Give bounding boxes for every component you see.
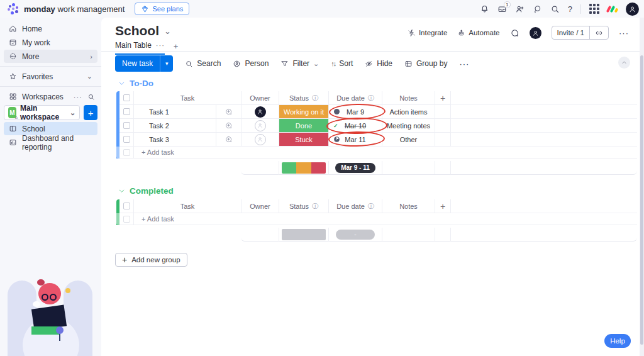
task-cell[interactable]: Task 1: [134, 105, 242, 119]
inbox-tray-icon[interactable]: 1: [497, 4, 507, 14]
add-task-button[interactable]: + Add task: [134, 213, 637, 225]
group-header-completed[interactable]: Completed: [118, 186, 174, 196]
add-update-chat-icon: [225, 121, 233, 130]
see-plans-button[interactable]: See plans: [135, 3, 189, 15]
select-all-checkbox[interactable]: [123, 94, 130, 101]
invite-button[interactable]: Invite / 1: [552, 26, 589, 39]
chat-zone[interactable]: [216, 105, 241, 118]
info-icon[interactable]: ⓘ: [368, 94, 374, 103]
sidebar-item-more[interactable]: More ›: [4, 50, 97, 63]
add-task-button[interactable]: + Add task: [134, 147, 637, 159]
column-task[interactable]: Task: [134, 91, 242, 105]
extra-cell[interactable]: [435, 119, 451, 133]
owner-cell[interactable]: [242, 105, 279, 119]
summary-status-cell[interactable]: [279, 228, 329, 242]
sidebar-workspaces-header[interactable]: Workspaces ···: [4, 90, 97, 103]
board-owner-avatar[interactable]: [530, 27, 541, 39]
sort-tool[interactable]: ↑↓ Sort: [331, 59, 353, 68]
column-due-date[interactable]: Due dateⓘ: [329, 91, 382, 105]
task-cell[interactable]: Task 3: [134, 133, 242, 147]
tab-main-table[interactable]: Main Table ···: [115, 41, 165, 55]
vertical-scrollbar[interactable]: [640, 18, 644, 356]
due-date-cell[interactable]: ✓Mar 10: [329, 119, 382, 133]
extra-cell[interactable]: [435, 133, 451, 147]
summary-due-cell[interactable]: Mar 9 - 11: [329, 161, 382, 175]
apps-grid-icon[interactable]: [589, 4, 599, 14]
user-avatar[interactable]: [626, 3, 639, 16]
board-more-menu[interactable]: ···: [619, 28, 629, 38]
notifications-bell-icon[interactable]: [480, 4, 489, 14]
updates-bubble-icon[interactable]: [510, 28, 519, 38]
monday-product-icon[interactable]: [608, 6, 618, 13]
add-view-tab[interactable]: +: [174, 42, 179, 55]
new-task-dropdown[interactable]: ▾: [160, 55, 173, 72]
status-cell[interactable]: Working on it: [279, 105, 329, 119]
row-checkbox[interactable]: [123, 136, 130, 143]
sidebar-item-home[interactable]: Home: [4, 22, 97, 35]
workspaces-search-icon[interactable]: [87, 93, 95, 101]
workspace-selector[interactable]: M⌂ Main workspace ⌄: [4, 105, 80, 120]
summary-status-cell[interactable]: [279, 161, 329, 175]
due-date-cell[interactable]: Mar 9: [329, 105, 382, 119]
column-status[interactable]: Statusⓘ: [279, 91, 329, 105]
column-notes[interactable]: Notes: [382, 199, 435, 213]
status-cell[interactable]: Stuck: [279, 133, 329, 147]
filter-tool[interactable]: Filter ⌄: [280, 59, 319, 68]
chat-zone[interactable]: [216, 133, 241, 146]
notes-cell[interactable]: Meeting notes: [382, 119, 435, 133]
search-icon[interactable]: [550, 4, 560, 14]
column-notes[interactable]: Notes: [382, 91, 435, 105]
column-due-date[interactable]: Due dateⓘ: [329, 199, 382, 213]
collapse-toolbar-button[interactable]: [618, 57, 630, 69]
search-tool[interactable]: Search: [185, 59, 221, 68]
group-by-tool[interactable]: Group by: [404, 59, 447, 68]
extra-cell[interactable]: [435, 105, 451, 119]
group-header-todo[interactable]: To-Do: [118, 79, 153, 88]
column-owner[interactable]: Owner: [242, 91, 279, 105]
automate-button[interactable]: Automate: [457, 29, 499, 37]
column-status[interactable]: Statusⓘ: [279, 199, 329, 213]
row-checkbox[interactable]: [123, 122, 130, 129]
monday-logo-icon[interactable]: [8, 3, 19, 14]
workspaces-more-icon[interactable]: ···: [74, 93, 82, 101]
chat-zone[interactable]: [216, 119, 241, 132]
info-icon[interactable]: ⓘ: [312, 94, 318, 103]
add-new-group-button[interactable]: + Add new group: [115, 253, 187, 267]
hide-tool[interactable]: Hide: [365, 59, 392, 68]
notes-cell[interactable]: Action items: [382, 105, 435, 119]
sidebar-item-favorites[interactable]: Favorites ⌄: [4, 70, 97, 83]
toolbar-more-menu[interactable]: ···: [459, 59, 469, 69]
row-checkbox[interactable]: [123, 108, 130, 115]
marketplace-icon[interactable]: [533, 4, 542, 14]
new-task-button[interactable]: New task ▾: [115, 55, 173, 72]
board-title[interactable]: School ⌄: [115, 23, 171, 38]
add-column-button[interactable]: +: [435, 199, 451, 213]
tab-options-icon[interactable]: ···: [156, 42, 165, 49]
status-cell[interactable]: Done: [279, 119, 329, 133]
help-question-icon[interactable]: ?: [568, 4, 572, 14]
notes-cell[interactable]: Other: [382, 133, 435, 147]
person-filter-tool[interactable]: Person: [233, 59, 269, 68]
due-date-cell[interactable]: Mar 11: [329, 133, 382, 147]
my-work-icon: [9, 38, 17, 47]
info-icon[interactable]: ⓘ: [368, 202, 374, 211]
summary-due-cell[interactable]: -: [329, 228, 382, 242]
invite-members-icon[interactable]: [515, 4, 525, 14]
sidebar-item-my-work[interactable]: My work: [4, 36, 97, 49]
sidebar-board-dashboard[interactable]: Dashboard and reporting: [4, 136, 97, 149]
task-cell[interactable]: Task 2: [134, 119, 242, 133]
help-button[interactable]: Help: [604, 334, 631, 348]
scrollbar-thumb[interactable]: [640, 55, 643, 345]
owner-cell[interactable]: [242, 119, 279, 133]
row-checkbox[interactable]: [123, 149, 130, 156]
column-task[interactable]: Task: [134, 199, 242, 213]
add-item-button[interactable]: +: [84, 105, 97, 120]
add-column-button[interactable]: +: [435, 91, 451, 105]
copy-link-button[interactable]: [589, 26, 608, 39]
info-icon[interactable]: ⓘ: [312, 202, 318, 211]
integrate-button[interactable]: Integrate: [408, 29, 447, 37]
row-checkbox[interactable]: [123, 216, 130, 223]
owner-cell[interactable]: [242, 133, 279, 147]
column-owner[interactable]: Owner: [242, 199, 279, 213]
select-all-checkbox[interactable]: [123, 203, 130, 209]
